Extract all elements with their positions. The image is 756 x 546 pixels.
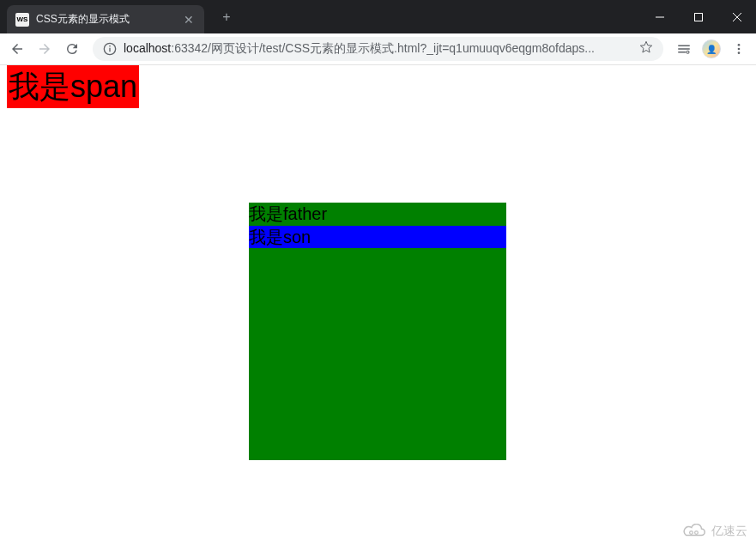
window-controls — [640, 4, 756, 30]
son-box: 我是son — [249, 226, 506, 248]
menu-button[interactable] — [727, 37, 751, 61]
tab-title: CSS元素的显示模式 — [36, 12, 182, 27]
father-text: 我是father — [249, 204, 327, 223]
page-content: 我是span 我是father 我是son 亿速云 — [7, 65, 754, 544]
son-text: 我是son — [249, 228, 311, 246]
svg-point-10 — [738, 52, 741, 54]
svg-point-7 — [686, 51, 689, 53]
svg-point-11 — [690, 531, 693, 535]
svg-point-12 — [695, 531, 699, 535]
watermark: 亿速云 — [682, 524, 747, 539]
reader-icon — [676, 41, 692, 57]
site-info-button[interactable] — [103, 42, 117, 56]
reader-button[interactable] — [672, 37, 696, 61]
url-host: localhost — [124, 41, 171, 55]
svg-rect-1 — [694, 13, 702, 21]
avatar-icon: 👤 — [702, 39, 721, 58]
maximize-icon — [694, 13, 703, 21]
forward-button[interactable] — [33, 37, 57, 61]
cloud-icon — [682, 524, 708, 539]
span-element: 我是span — [7, 65, 139, 108]
browser-tab[interactable]: WS CSS元素的显示模式 ✕ — [7, 5, 204, 33]
window-maximize-button[interactable] — [679, 4, 717, 30]
window-minimize-button[interactable] — [640, 4, 679, 30]
new-tab-button[interactable]: + — [215, 5, 239, 29]
reload-icon — [64, 41, 80, 57]
window-close-button[interactable] — [717, 4, 756, 30]
watermark-text: 亿速云 — [711, 524, 747, 539]
profile-button[interactable]: 👤 — [699, 37, 723, 61]
tab-close-button[interactable]: ✕ — [182, 13, 196, 27]
titlebar: WS CSS元素的显示模式 ✕ + — [0, 0, 756, 33]
url-path: :63342/网页设计/test/CSS元素的显示模式.html?_ijt=q1… — [171, 41, 595, 55]
star-icon — [639, 40, 653, 54]
info-icon — [103, 42, 117, 56]
svg-point-6 — [109, 46, 111, 47]
father-box: 我是father 我是son — [249, 203, 506, 460]
svg-point-9 — [738, 48, 741, 51]
svg-point-8 — [738, 44, 741, 46]
close-icon — [733, 13, 741, 21]
favicon-icon: WS — [15, 13, 29, 27]
browser-toolbar: localhost:63342/网页设计/test/CSS元素的显示模式.htm… — [0, 33, 756, 65]
address-bar[interactable]: localhost:63342/网页设计/test/CSS元素的显示模式.htm… — [93, 37, 663, 61]
arrow-left-icon — [9, 41, 25, 57]
arrow-right-icon — [37, 41, 52, 57]
back-button[interactable] — [5, 37, 29, 61]
minimize-icon — [656, 13, 664, 21]
url-text: localhost:63342/网页设计/test/CSS元素的显示模式.htm… — [124, 41, 632, 57]
bookmark-button[interactable] — [639, 40, 653, 58]
reload-button[interactable] — [60, 37, 84, 61]
menu-dots-icon — [732, 42, 746, 56]
